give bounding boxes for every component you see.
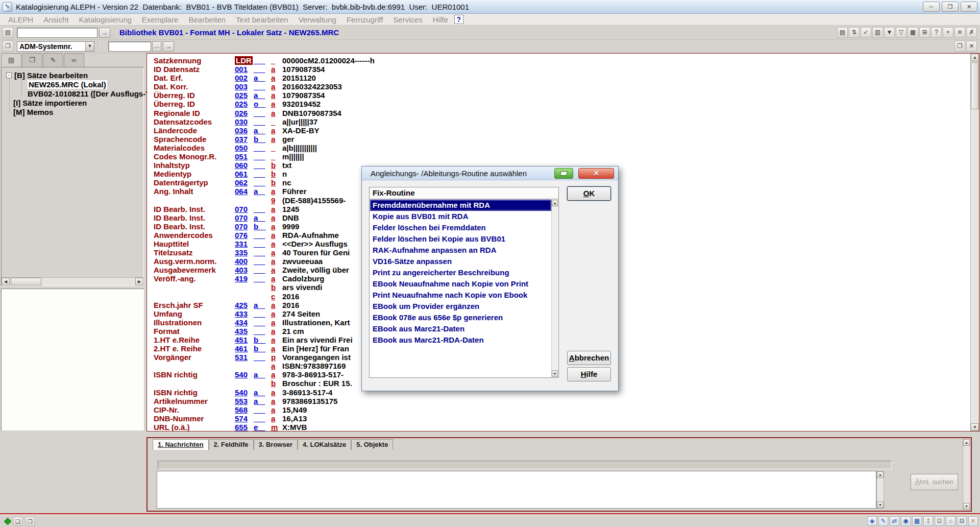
help-on-field-icon[interactable]: ? — [931, 27, 942, 38]
field-tag[interactable]: 451 — [235, 336, 248, 344]
pane-scrollbar[interactable]: ▲ ▼ — [963, 439, 970, 510]
field-subfield-code[interactable]: p — [271, 353, 276, 362]
field-subfield-code[interactable]: a — [271, 327, 275, 336]
field-tag[interactable]: 051 — [235, 152, 248, 161]
field-indicators[interactable]: a_ — [254, 301, 265, 309]
scroll-left-icon[interactable]: ◀ — [2, 278, 10, 285]
field-content[interactable]: ger — [282, 135, 294, 143]
field-indicators[interactable]: __ — [254, 65, 265, 74]
field-tag[interactable]: 060 — [235, 161, 248, 170]
select-record-icon[interactable]: ▤ — [837, 27, 848, 38]
scroll-up-icon[interactable]: ▲ — [963, 439, 970, 446]
restore-pane-icon[interactable]: ❐ — [954, 41, 965, 52]
minimize-button[interactable]: ─ — [923, 2, 940, 12]
field-indicators[interactable]: b_ — [254, 135, 266, 143]
search-base-select[interactable]: ADM-Systemnr. ▼ — [17, 41, 94, 52]
field-tag[interactable]: 025 — [235, 91, 248, 100]
field-subfield-code[interactable]: a — [271, 370, 275, 379]
field-content[interactable]: (DE-588)4155569- — [282, 196, 346, 205]
dialog-pin-button[interactable] — [554, 168, 573, 179]
field-content[interactable]: 2016 — [282, 301, 299, 309]
field-tag[interactable]: 403 — [235, 266, 248, 274]
close-pane-icon[interactable]: ✕ — [966, 41, 977, 52]
fix-routine-option[interactable]: EBook Neuaufnahme nach Kopie von Print — [370, 278, 551, 290]
field-content[interactable]: Führer — [282, 187, 307, 196]
field-tag[interactable]: 025 — [235, 100, 248, 108]
field-content[interactable]: a|b||||||||||| — [282, 143, 317, 152]
help-icon[interactable]: ? — [454, 15, 463, 24]
field-subfield-code[interactable]: a — [271, 74, 275, 82]
field-content[interactable]: Ein [Herz] für Fran — [282, 344, 349, 353]
field-indicators[interactable]: b_ — [254, 336, 266, 344]
menu-item-exemplare[interactable]: Exemplare — [137, 15, 184, 24]
check-record-icon[interactable]: ✓ — [861, 27, 871, 38]
field-indicators[interactable]: __ — [254, 309, 265, 318]
field-content[interactable]: 20160324223053 — [282, 82, 342, 91]
table-view-icon[interactable]: ▦ — [912, 516, 922, 526]
history-icon[interactable]: ❏ — [13, 517, 22, 526]
maximize-button[interactable]: ❐ — [942, 2, 959, 12]
tree-node-import-records[interactable]: [I] Sätze importieren — [13, 98, 87, 107]
field-tag[interactable]: 568 — [235, 405, 248, 414]
similar-search-button[interactable]: Ähnl. suchen — [911, 474, 958, 490]
field-tag[interactable]: 070 — [235, 213, 248, 222]
field-tag[interactable]: 434 — [235, 318, 248, 327]
field-subfield-code[interactable]: a — [271, 213, 275, 222]
field-subfield-code[interactable]: a — [271, 336, 275, 344]
field-content[interactable]: RDA-Aufnahme — [282, 231, 339, 239]
field-subfield-code[interactable]: _ — [271, 143, 275, 152]
field-subfield-code[interactable]: a — [271, 248, 275, 257]
field-indicators[interactable]: __ — [254, 152, 265, 161]
field-tag[interactable]: 574 — [235, 414, 248, 423]
field-content[interactable]: 2016 — [282, 292, 299, 301]
field-indicators[interactable]: a_ — [254, 91, 265, 100]
field-tag[interactable]: LDR — [235, 56, 253, 65]
field-subfield-code[interactable]: a — [271, 222, 275, 231]
search-go-button[interactable]: → — [163, 41, 174, 52]
search-value-input[interactable] — [108, 41, 151, 52]
field-content[interactable]: Vorangegangen ist — [282, 353, 351, 362]
field-subfield-code[interactable]: a — [271, 135, 275, 143]
field-subfield-code[interactable]: a — [271, 405, 275, 414]
library-icon[interactable]: ⌂ — [946, 516, 955, 526]
go-arrow-button[interactable]: → — [99, 28, 110, 38]
field-content[interactable]: Illustrationen, Kart — [282, 318, 350, 327]
ok-button[interactable]: OK — [567, 186, 611, 201]
field-subfield-code[interactable]: a — [271, 205, 275, 213]
field-content[interactable]: m||||||| — [282, 152, 304, 161]
bottom-tab-3[interactable]: 3. Browser — [254, 439, 298, 450]
field-content[interactable]: <<Der>> Ausflugs — [282, 239, 348, 248]
fix-routine-option[interactable]: EBook 078e aus 656e $p generieren — [370, 312, 551, 323]
bottom-tab-5[interactable]: 5. Objekte — [351, 439, 393, 450]
field-indicators[interactable]: __ — [254, 205, 265, 213]
field-indicators[interactable]: __ — [254, 143, 265, 152]
scroll-down-icon[interactable]: ▼ — [971, 423, 979, 431]
tab-trigger-list[interactable]: ✎ — [43, 53, 63, 67]
field-indicators[interactable]: __ — [254, 161, 265, 170]
field-indicators[interactable]: __ — [254, 266, 265, 274]
fix-routine-option[interactable]: EBook aus Marc21-RDA-Daten — [370, 334, 551, 346]
tree-horizontal-scrollbar[interactable]: ◀ ▶ — [2, 277, 143, 285]
tree-node-edit-records[interactable]: − [B] Sätze bearbeiten — [6, 70, 88, 80]
field-content[interactable]: ars vivendi — [282, 283, 322, 292]
field-content[interactable]: 1079087354 — [282, 65, 325, 74]
fix-routine-option[interactable]: Felder löschen bei Kopie aus BVB01 — [370, 233, 551, 245]
menu-item-text-bearbeiten[interactable]: Text bearbeiten — [231, 15, 293, 24]
field-subfield-code[interactable]: a — [271, 274, 275, 283]
field-tag[interactable]: 553 — [235, 397, 248, 405]
field-indicators[interactable]: __ — [254, 239, 265, 248]
field-content[interactable]: DNB1079087354 — [282, 109, 341, 117]
scroll-down-icon[interactable]: ▼ — [877, 501, 884, 508]
record-nav-icon[interactable]: ◈ — [867, 516, 877, 526]
field-content[interactable]: n — [282, 170, 287, 178]
sort-fields-icon[interactable]: ⇅ — [849, 27, 860, 38]
field-indicators[interactable]: __ — [254, 414, 265, 423]
field-tag[interactable]: 070 — [235, 205, 248, 213]
scroll-down-icon[interactable]: ▼ — [552, 370, 558, 377]
field-tag[interactable]: 001 — [235, 65, 248, 74]
field-tag[interactable]: 655 — [235, 423, 248, 432]
field-subfield-code[interactable]: _ — [271, 117, 275, 126]
field-indicators[interactable]: __ — [254, 318, 265, 327]
field-indicators[interactable]: __ — [254, 327, 265, 336]
field-subfield-code[interactable]: a — [271, 301, 275, 309]
